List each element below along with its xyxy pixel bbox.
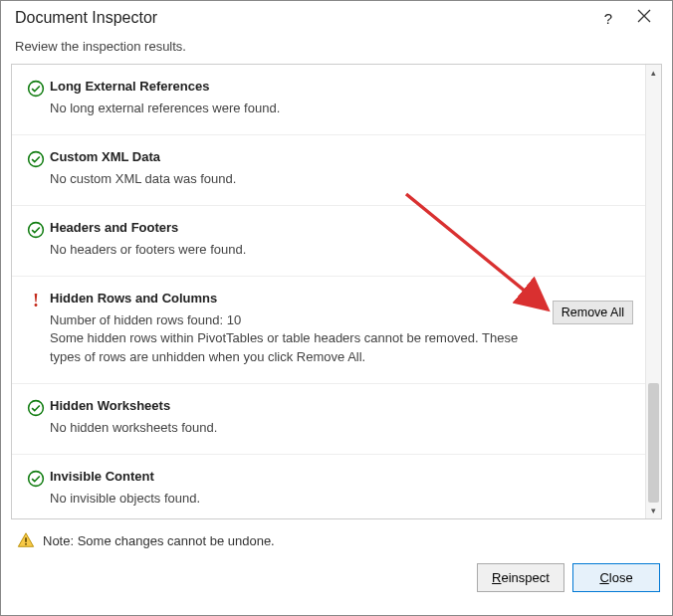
result-desc: No custom XML data was found. <box>50 170 534 189</box>
status-icon-col <box>22 79 50 118</box>
svg-point-0 <box>29 82 44 97</box>
result-content: Hidden WorksheetsNo hidden worksheets fo… <box>50 398 534 438</box>
status-icon-col <box>22 220 50 260</box>
result-title: Custom XML Data <box>50 149 534 164</box>
result-item: Hidden WorksheetsNo hidden worksheets fo… <box>12 384 645 455</box>
result-title: Hidden Rows and Columns <box>50 291 534 306</box>
result-desc: No headers or footers were found. <box>50 241 534 260</box>
result-title: Long External References <box>50 79 534 94</box>
results-panel: Long External ReferencesNo long external… <box>11 64 662 519</box>
action-col: Remove All <box>534 291 633 368</box>
check-icon <box>27 470 45 488</box>
svg-point-2 <box>29 222 44 237</box>
check-icon <box>27 399 45 417</box>
scroll-thumb[interactable] <box>648 383 659 503</box>
result-content: Long External ReferencesNo long external… <box>50 79 534 118</box>
status-icon-col <box>22 149 50 189</box>
action-col <box>534 149 633 189</box>
svg-rect-5 <box>25 537 27 542</box>
button-row: Reinspect Close <box>11 557 662 592</box>
result-desc: No long external references were found. <box>50 100 534 118</box>
svg-point-3 <box>29 401 44 416</box>
result-content: Custom XML DataNo custom XML data was fo… <box>50 149 534 189</box>
note-row: Note: Some changes cannot be undone. <box>11 523 662 557</box>
action-col <box>534 469 633 509</box>
reinspect-button[interactable]: Reinspect <box>477 563 564 592</box>
svg-point-1 <box>29 151 44 166</box>
result-desc: Number of hidden rows found: 10Some hidd… <box>50 311 534 368</box>
subtitle: Review the inspection results. <box>1 35 672 64</box>
action-col <box>534 220 633 260</box>
exclamation-icon: ! <box>33 292 39 368</box>
status-icon-col <box>22 469 50 509</box>
scroll-down-icon[interactable]: ▾ <box>646 503 661 518</box>
close-button[interactable] <box>626 9 662 27</box>
action-col <box>534 398 633 438</box>
result-content: Invisible ContentNo invisible objects fo… <box>50 469 534 509</box>
result-item: Custom XML DataNo custom XML data was fo… <box>12 135 645 206</box>
result-title: Invisible Content <box>50 469 534 484</box>
result-content: Headers and FootersNo headers or footers… <box>50 220 534 260</box>
warning-icon <box>17 531 35 549</box>
svg-rect-6 <box>25 543 27 545</box>
check-icon <box>27 80 45 98</box>
svg-point-4 <box>29 472 44 487</box>
result-desc: No invisible objects found. <box>50 490 534 509</box>
status-icon-col: ! <box>22 291 50 368</box>
result-item: Invisible ContentNo invisible objects fo… <box>12 455 645 518</box>
close-icon <box>637 9 651 23</box>
remove-all-button[interactable]: Remove All <box>553 301 633 324</box>
check-icon <box>27 221 45 239</box>
scrollbar[interactable]: ▴ ▾ <box>645 65 661 518</box>
result-item: !Hidden Rows and ColumnsNumber of hidden… <box>12 277 645 385</box>
help-button[interactable]: ? <box>590 10 626 27</box>
close-dialog-button[interactable]: Close <box>572 563 660 592</box>
result-title: Hidden Worksheets <box>50 398 534 413</box>
titlebar: Document Inspector ? <box>1 1 672 35</box>
result-content: Hidden Rows and ColumnsNumber of hidden … <box>50 291 534 368</box>
result-item: Long External ReferencesNo long external… <box>12 65 645 135</box>
scroll-up-icon[interactable]: ▴ <box>646 65 661 81</box>
result-item: Headers and FootersNo headers or footers… <box>12 206 645 277</box>
status-icon-col <box>22 398 50 438</box>
action-col <box>534 79 633 118</box>
dialog-title: Document Inspector <box>15 9 590 27</box>
result-desc: No hidden worksheets found. <box>50 419 534 438</box>
result-title: Headers and Footers <box>50 220 534 235</box>
note-text: Note: Some changes cannot be undone. <box>43 533 275 548</box>
check-icon <box>27 150 45 168</box>
